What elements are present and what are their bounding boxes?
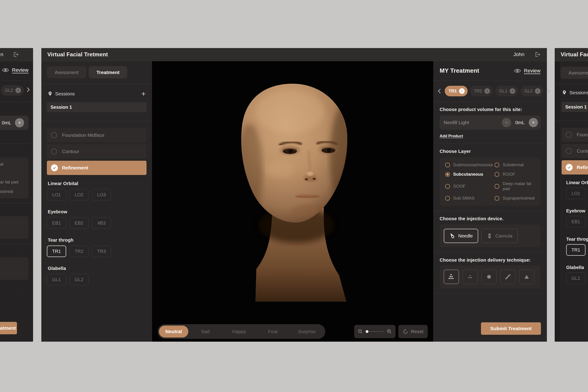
left-window-body: Review GL2 i 0mL + al ar fat pad ostreal…: [0, 61, 33, 342]
site-button-gl1[interactable]: GL1: [566, 272, 586, 284]
site-chip-gl2[interactable]: GL2 i: [1, 85, 24, 96]
checklist-label: Refine: [577, 164, 588, 170]
reset-label: Reset: [411, 329, 423, 334]
info-icon[interactable]: i: [15, 88, 21, 93]
logout-icon[interactable]: [12, 51, 19, 58]
zoom-out-icon[interactable]: [358, 329, 363, 334]
layer-option-sub-smas[interactable]: Sub SMAS: [445, 196, 493, 201]
technique-multi-point-dots-icon[interactable]: [444, 270, 459, 284]
site-button-tr1[interactable]: TR1: [47, 246, 66, 257]
sessions-header-fragment: Sessions: [562, 90, 588, 96]
reset-view-button[interactable]: Reset: [398, 325, 428, 338]
site-button-eb1[interactable]: EB1: [566, 216, 586, 228]
layer-option-supraperiostreal[interactable]: Supraperiostreal: [495, 196, 535, 201]
layer-option-roof[interactable]: ROOF: [495, 172, 535, 177]
cannula-icon: [487, 232, 492, 239]
site-button-eb2[interactable]: EB2: [69, 217, 89, 229]
session-item[interactable]: Session 1: [47, 102, 147, 112]
volume-increase-button[interactable]: +: [529, 118, 538, 127]
site-chip-gl2[interactable]: GL2 i: [521, 86, 544, 96]
logout-icon[interactable]: [534, 51, 541, 58]
expression-fear[interactable]: Fear: [256, 326, 290, 338]
volume-increase-button[interactable]: +: [15, 118, 24, 127]
site-button-tr2[interactable]: TR2: [69, 246, 89, 257]
device-button-cannula[interactable]: Cannula: [481, 229, 518, 243]
technique-linear-thread-icon[interactable]: [500, 270, 515, 284]
app-title-fragment: Virtual Facia: [561, 51, 588, 58]
eye-icon: [514, 68, 521, 73]
site-button-lo3[interactable]: LO3: [92, 189, 111, 200]
site-button-lo2[interactable]: LO2: [69, 189, 89, 200]
checklist-item-refinement[interactable]: Refinement: [47, 161, 147, 175]
group-label: Glabella: [48, 266, 147, 271]
submit-treatment-button[interactable]: Submit Treatment: [481, 322, 541, 335]
chevron-right-icon[interactable]: [546, 87, 552, 95]
volume-value: 0mL: [515, 120, 525, 125]
checklist-item-fragment[interactable]: Founda: [562, 128, 588, 142]
chevron-right-icon[interactable]: [26, 87, 30, 92]
divider: [0, 203, 33, 203]
info-icon[interactable]: i: [535, 88, 541, 94]
checklist-item-fragment[interactable]: Contou: [562, 144, 588, 158]
layer-option-deep-malar-fat-pad[interactable]: Deep malar fat pad: [495, 181, 535, 191]
zoom-in-icon[interactable]: [387, 329, 392, 334]
expression-neutral[interactable]: Neutral: [159, 326, 188, 338]
layer-option-submucosa[interactable]: Submucosa/mucosa: [445, 162, 493, 168]
site-button-eb1[interactable]: EB1: [47, 217, 66, 229]
tab-asessment-fragment[interactable]: Asessmen: [561, 67, 588, 79]
site-button-gl2[interactable]: GL2: [69, 274, 89, 285]
sessions-header: Sessions +: [48, 90, 146, 98]
checkbox-circle: [51, 132, 57, 138]
zoom-slider-knob[interactable]: [366, 330, 369, 333]
site-button-lo1[interactable]: LO1: [47, 189, 66, 200]
review-link[interactable]: Review: [514, 68, 541, 74]
technique-few-dots-icon[interactable]: [463, 270, 478, 284]
session-item-fragment[interactable]: Session 1: [562, 102, 588, 112]
checklist-item-fragment[interactable]: Refine: [562, 160, 588, 174]
site-chip-gl1[interactable]: GL1 i: [495, 86, 518, 96]
checkbox-circle: [566, 132, 572, 138]
technique-fan-triangle-icon[interactable]: [519, 270, 534, 284]
layer-heading: Choose Layer: [440, 149, 541, 154]
product-volume-section: Choose product volume for this site: Neo…: [433, 102, 547, 144]
review-link[interactable]: Review: [2, 67, 28, 73]
face-3d-model[interactable]: [152, 61, 433, 342]
right-window-titlebar: Virtual Facia: [555, 48, 588, 61]
site-button-lo1[interactable]: LO1: [566, 188, 586, 199]
tab-treatment[interactable]: Treatment: [89, 66, 127, 78]
add-product-link[interactable]: Add Product: [440, 134, 463, 138]
chevron-left-icon[interactable]: [436, 87, 442, 95]
add-session-button[interactable]: +: [141, 90, 146, 98]
info-icon[interactable]: i: [459, 88, 465, 94]
layer-option-soof[interactable]: SOOF: [445, 181, 493, 191]
site-button-b3[interactable]: #B3: [92, 217, 111, 229]
layer-option-subcutaneous[interactable]: Subcutaneous: [445, 172, 493, 177]
technique-bolus-circle-icon[interactable]: [481, 270, 497, 284]
tab-asessment[interactable]: Asessment: [47, 66, 86, 78]
expression-surprise[interactable]: Surprise: [290, 326, 324, 338]
site-button-gl1[interactable]: GL1: [47, 274, 66, 285]
device-button-needle[interactable]: Needle: [444, 229, 478, 243]
info-icon[interactable]: i: [510, 88, 515, 94]
layer-option-subdermal[interactable]: Subdermal: [495, 162, 535, 168]
site-chip-tr1[interactable]: TR1 i: [445, 86, 468, 96]
site-button-tr1[interactable]: TR1: [566, 244, 586, 256]
product-name: Neofill Light: [444, 120, 502, 125]
checklist-item-contour[interactable]: Contour: [47, 144, 147, 159]
zoom-slider[interactable]: [366, 331, 384, 332]
site-chip-tr2[interactable]: TR2 i: [470, 86, 493, 96]
site-button-tr3[interactable]: TR3: [92, 246, 111, 257]
face-3d-viewport[interactable]: Neutral Sad Happy Fear Surprise: [152, 61, 433, 342]
volume-decrease-button[interactable]: −: [502, 118, 511, 127]
expression-sad[interactable]: Sad: [188, 326, 222, 338]
zoom-control: [354, 325, 395, 338]
mode-tabs: Asessment Treatment: [47, 66, 147, 78]
layer-section: Choose Layer Submucosa/mucosa Subdermal …: [433, 144, 547, 211]
info-icon[interactable]: i: [484, 88, 490, 94]
chip-label: GL1: [499, 88, 507, 94]
checklist-item-foundation-midface[interactable]: Foundation Midface: [47, 128, 147, 142]
site-chips-row: TR1 i TR2 i GL1 i GL2 i: [433, 80, 547, 102]
expression-happy[interactable]: Happy: [222, 326, 256, 338]
submit-treatment-button-fragment[interactable]: atment: [0, 322, 17, 334]
divider: [0, 102, 33, 102]
